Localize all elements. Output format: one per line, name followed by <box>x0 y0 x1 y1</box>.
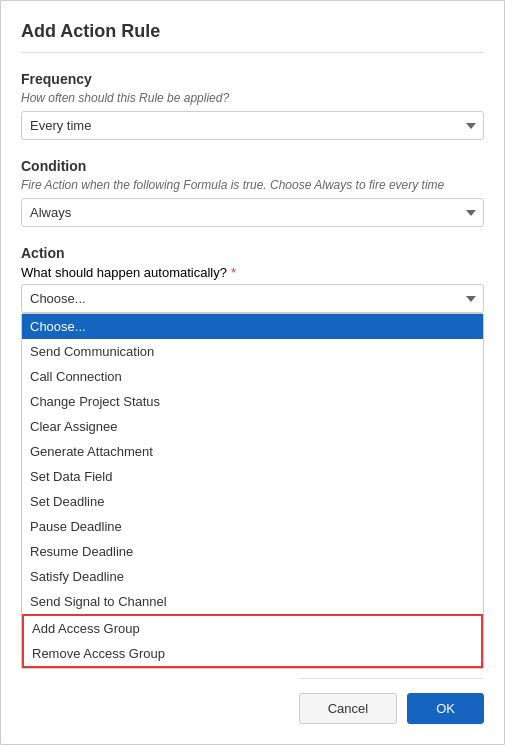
action-section: Action What should happen automatically?… <box>21 245 484 669</box>
frequency-select-wrapper: Every time Once Daily Weekly <box>21 111 484 140</box>
frequency-desc: How often should this Rule be applied? <box>21 91 484 105</box>
condition-section: Condition Fire Action when the following… <box>21 158 484 227</box>
frequency-select[interactable]: Every time Once Daily Weekly <box>21 111 484 140</box>
dropdown-item[interactable]: Set Data Field <box>22 464 483 489</box>
dropdown-item[interactable]: Resume Deadline <box>22 539 483 564</box>
footer-buttons: Cancel OK <box>299 678 484 724</box>
dropdown-item[interactable]: Send Communication <box>22 339 483 364</box>
action-dropdown-list: Choose...Send CommunicationCall Connecti… <box>21 313 484 669</box>
frequency-section: Frequency How often should this Rule be … <box>21 71 484 140</box>
condition-label: Condition <box>21 158 484 174</box>
dropdown-item[interactable]: Pause Deadline <box>22 514 483 539</box>
action-desc: What should happen automatically? <box>21 265 227 280</box>
modal-title: Add Action Rule <box>21 21 484 53</box>
action-desc-row: What should happen automatically? * <box>21 265 484 280</box>
condition-desc: Fire Action when the following Formula i… <box>21 178 484 192</box>
action-label: Action <box>21 245 484 261</box>
dropdown-item[interactable]: Set Deadline <box>22 489 483 514</box>
action-select-wrapper: Choose... <box>21 284 484 313</box>
action-required-star: * <box>231 265 236 280</box>
condition-select[interactable]: Always Custom Formula <box>21 198 484 227</box>
frequency-label: Frequency <box>21 71 484 87</box>
modal-container: Add Action Rule Frequency How often shou… <box>0 0 505 745</box>
dropdown-item[interactable]: Call Connection <box>22 364 483 389</box>
cancel-button[interactable]: Cancel <box>299 693 397 724</box>
dropdown-item[interactable]: Choose... <box>22 314 483 339</box>
action-select[interactable]: Choose... <box>21 284 484 313</box>
dropdown-item[interactable]: Remove Access Group <box>24 641 481 666</box>
ok-button[interactable]: OK <box>407 693 484 724</box>
condition-select-wrapper: Always Custom Formula <box>21 198 484 227</box>
dropdown-item[interactable]: Change Project Status <box>22 389 483 414</box>
dropdown-item[interactable]: Clear Assignee <box>22 414 483 439</box>
dropdown-item[interactable]: Add Access Group <box>24 616 481 641</box>
dropdown-item[interactable]: Generate Attachment <box>22 439 483 464</box>
dropdown-item[interactable]: Send Signal to Channel <box>22 589 483 614</box>
dropdown-item[interactable]: Satisfy Deadline <box>22 564 483 589</box>
